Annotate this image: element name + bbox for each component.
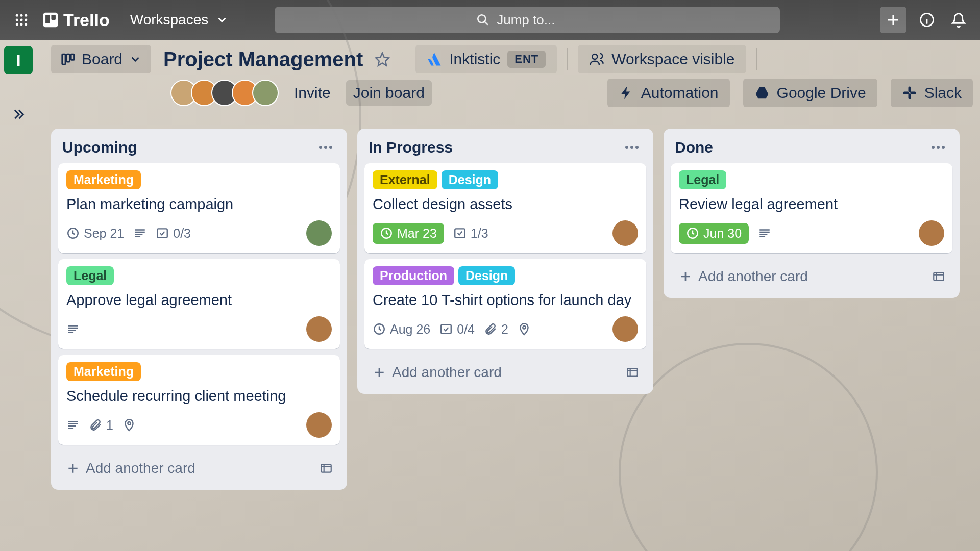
org-link[interactable]: Inktistic ENT	[415, 45, 557, 73]
label-marketing[interactable]: Marketing	[66, 170, 141, 189]
avatar[interactable]	[252, 80, 279, 106]
clock-icon	[373, 322, 386, 336]
svg-rect-28	[321, 465, 331, 472]
create-button[interactable]	[880, 7, 906, 33]
expand-sidebar-button[interactable]	[11, 107, 26, 121]
bolt-icon	[619, 85, 634, 101]
add-card-button[interactable]: Add another card	[369, 360, 506, 385]
card-member-avatar[interactable]	[306, 412, 332, 438]
star-board-button[interactable]	[370, 47, 395, 71]
svg-rect-42	[934, 273, 944, 281]
card[interactable]: ProductionDesign Create 10 T-shirt optio…	[364, 259, 646, 349]
workspace-badge[interactable]: I	[4, 46, 33, 74]
card[interactable]: ExternalDesign Collect design assets Mar…	[364, 163, 646, 253]
google-drive-icon	[754, 85, 770, 101]
list: Done Legal Review legal agreement Jun 30…	[664, 129, 960, 298]
gdrive-label: Google Drive	[777, 84, 866, 102]
workspace-initial: I	[16, 51, 20, 70]
checklist-icon	[156, 227, 169, 240]
google-drive-button[interactable]: Google Drive	[743, 79, 877, 107]
label-legal[interactable]: Legal	[66, 266, 114, 285]
list-menu-button[interactable]	[315, 142, 336, 153]
list-title[interactable]: Done	[675, 139, 713, 156]
label-marketing[interactable]: Marketing	[66, 362, 141, 381]
svg-rect-18	[908, 87, 911, 92]
label-design[interactable]: Design	[458, 266, 515, 285]
search-input[interactable]	[497, 12, 578, 28]
board-view-switcher[interactable]: Board	[51, 45, 151, 73]
label-production[interactable]: Production	[373, 266, 454, 285]
svg-point-29	[625, 146, 628, 149]
star-icon	[375, 52, 390, 67]
card-labels: ExternalDesign	[373, 170, 638, 189]
list-title[interactable]: Upcoming	[62, 139, 137, 156]
due-badge: Jun 30	[679, 223, 749, 244]
board-view-label: Board	[82, 51, 122, 68]
slack-button[interactable]: Slack	[891, 79, 973, 107]
card-member-avatar[interactable]	[919, 220, 944, 246]
list-footer: Add another card	[671, 259, 952, 291]
svg-point-31	[635, 146, 639, 149]
location-icon	[122, 418, 136, 432]
join-board-button[interactable]: Join board	[346, 80, 432, 106]
card-title: Plan marketing campaign	[66, 194, 332, 214]
add-card-button[interactable]: Add another card	[675, 264, 812, 289]
board-name[interactable]: Project Management	[163, 48, 363, 71]
slack-label: Slack	[924, 84, 962, 102]
card[interactable]: Legal Review legal agreement Jun 30	[671, 163, 952, 253]
separator	[756, 48, 757, 70]
automation-button[interactable]: Automation	[607, 79, 730, 107]
checklist-badge: 1/3	[453, 226, 488, 241]
card[interactable]: Marketing Schedule recurring client meet…	[58, 355, 340, 445]
template-icon	[932, 270, 945, 283]
checklist-icon	[453, 227, 467, 240]
description-icon	[133, 227, 146, 240]
card[interactable]: Marketing Plan marketing campaign Sep 21…	[58, 163, 340, 253]
separator	[567, 48, 568, 70]
board-icon	[60, 52, 76, 67]
search-bar[interactable]	[275, 7, 780, 33]
card-badges: 1	[66, 412, 332, 438]
plus-icon	[886, 12, 901, 28]
card[interactable]: Legal Approve legal agreement	[58, 259, 340, 349]
card-member-avatar[interactable]	[612, 220, 638, 246]
info-button[interactable]	[916, 9, 938, 31]
slack-icon	[902, 85, 917, 101]
chevron-double-right-icon	[11, 107, 26, 121]
svg-point-17	[593, 54, 598, 59]
visibility-button[interactable]: Workspace visible	[578, 45, 746, 73]
svg-point-38	[932, 146, 935, 149]
plus-icon	[66, 462, 80, 475]
location-badge	[122, 418, 136, 432]
svg-point-27	[128, 422, 130, 424]
card-member-avatar[interactable]	[306, 220, 332, 246]
add-card-button[interactable]: Add another card	[62, 456, 200, 481]
card-member-avatar[interactable]	[612, 316, 638, 342]
label-design[interactable]: Design	[442, 170, 498, 189]
card-template-button[interactable]	[316, 459, 336, 478]
automation-label: Automation	[641, 84, 719, 102]
notifications-button[interactable]	[947, 9, 970, 31]
attachment-badge: 2	[484, 322, 508, 337]
svg-rect-33	[455, 229, 465, 237]
card-member-avatar[interactable]	[306, 316, 332, 342]
card-template-button[interactable]	[623, 363, 642, 382]
info-icon	[919, 12, 935, 28]
clock-icon	[66, 227, 80, 240]
label-external[interactable]: External	[373, 170, 437, 189]
list-title[interactable]: In Progress	[369, 139, 453, 156]
more-icon	[625, 145, 639, 149]
invite-button[interactable]: Invite	[287, 80, 338, 106]
label-legal[interactable]: Legal	[679, 170, 726, 189]
clock-icon	[686, 227, 699, 240]
svg-rect-35	[442, 325, 452, 334]
card-badges	[66, 316, 332, 342]
card-template-button[interactable]	[929, 267, 948, 286]
member-avatars[interactable]	[170, 80, 279, 106]
list-menu-button[interactable]	[928, 142, 948, 153]
svg-rect-21	[910, 92, 916, 94]
svg-point-39	[937, 146, 940, 149]
list-footer: Add another card	[364, 355, 646, 387]
list-menu-button[interactable]	[622, 142, 642, 153]
card-title: Review legal agreement	[679, 194, 944, 214]
